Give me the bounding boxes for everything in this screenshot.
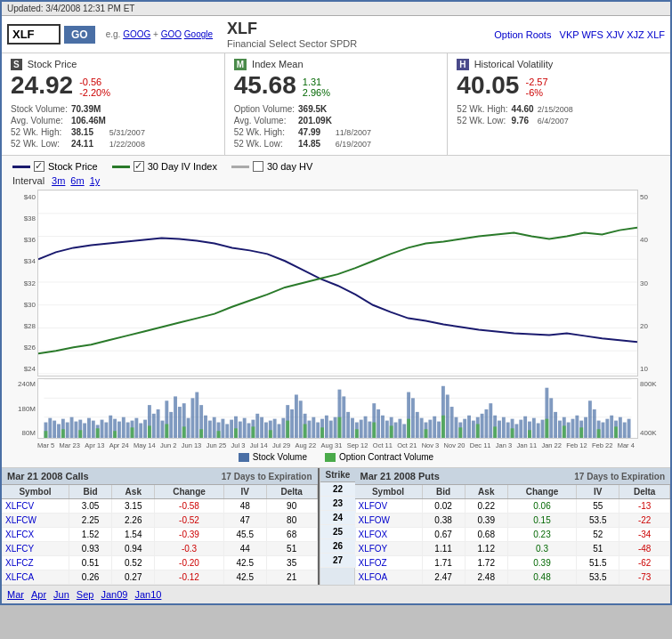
svg-rect-170 xyxy=(407,419,410,438)
tab-jan09[interactable]: Jan09 xyxy=(101,589,127,600)
index-mean-pct: 2.96% xyxy=(303,87,330,98)
stock-price-checkbox[interactable] xyxy=(34,161,45,172)
svg-rect-174 xyxy=(476,424,480,438)
call-symbol[interactable]: XLFCA xyxy=(2,570,69,585)
m-letter: M xyxy=(234,59,247,70)
svg-rect-168 xyxy=(372,423,376,438)
list-item: 22 xyxy=(320,482,356,497)
put-symbol[interactable]: XLFOY xyxy=(355,542,423,556)
y-axis-right: 5040302010 xyxy=(638,190,663,376)
svg-rect-173 xyxy=(458,427,462,438)
svg-rect-123 xyxy=(519,420,522,438)
svg-rect-111 xyxy=(467,416,471,438)
interval-3m[interactable]: 3m xyxy=(52,175,65,186)
30day-hv-checkbox[interactable] xyxy=(253,161,263,172)
put-symbol[interactable]: XLFOX xyxy=(355,528,423,542)
svg-rect-149 xyxy=(45,431,48,438)
svg-rect-38 xyxy=(152,414,156,438)
call-delta: 35 xyxy=(266,556,317,570)
svg-rect-59 xyxy=(243,418,247,438)
ticker-desc: Financial Select Sector SPDR xyxy=(227,38,357,49)
option-volume-legend: Option Contract Volume xyxy=(325,452,433,462)
svg-rect-79 xyxy=(329,421,333,438)
svg-rect-20 xyxy=(74,422,77,438)
svg-rect-110 xyxy=(463,419,466,438)
go-button[interactable]: GO xyxy=(64,26,95,44)
puts-col-symbol: Symbol xyxy=(355,485,423,499)
put-bid: 1.11 xyxy=(422,542,465,556)
puts-col-ask: Ask xyxy=(465,485,507,499)
svg-rect-99 xyxy=(416,412,419,438)
svg-rect-47 xyxy=(191,398,195,438)
svg-rect-91 xyxy=(381,416,385,438)
s-letter: S xyxy=(11,59,22,70)
svg-rect-164 xyxy=(304,424,307,438)
svg-rect-140 xyxy=(593,409,596,438)
put-bid: 1.71 xyxy=(422,556,465,570)
ticker-input[interactable] xyxy=(7,24,61,44)
call-delta: 90 xyxy=(266,499,317,514)
svg-rect-74 xyxy=(308,421,312,438)
tab-mar[interactable]: Mar xyxy=(7,589,24,600)
option-roots-tickers: VKP WFS XJV XJZ XLF xyxy=(560,29,665,40)
call-symbol[interactable]: XLFCZ xyxy=(2,556,69,570)
calls-col-iv: IV xyxy=(223,485,266,499)
goo-link[interactable]: GOO xyxy=(161,29,182,39)
call-symbol[interactable]: XLFCW xyxy=(2,514,69,528)
tab-sep[interactable]: Sep xyxy=(77,589,94,600)
index-mean-abs: 1.31 xyxy=(303,77,330,87)
stock-volume-legend: Stock Volume xyxy=(239,452,307,462)
iv-index-checkbox[interactable] xyxy=(134,161,144,172)
volume-chart-area xyxy=(37,378,638,439)
svg-rect-130 xyxy=(549,398,553,438)
svg-rect-143 xyxy=(605,419,609,438)
interval-1y[interactable]: 1y xyxy=(90,175,101,186)
main-container: Updated: 3/4/2008 12:31 PM ET GO e.g. GO… xyxy=(0,0,672,605)
puts-col-iv: IV xyxy=(577,485,619,499)
svg-rect-176 xyxy=(511,428,514,438)
call-delta: 51 xyxy=(266,542,317,556)
put-symbol[interactable]: XLFOZ xyxy=(355,556,423,570)
put-symbol[interactable]: XLFOW xyxy=(355,514,423,528)
table-row: XLFCW 2.25 2.26 -0.52 47 80 xyxy=(2,514,317,528)
call-symbol[interactable]: XLFCV xyxy=(2,499,69,514)
iv-index-legend-label: 30 Day IV Index xyxy=(148,161,217,172)
svg-rect-138 xyxy=(584,417,587,438)
svg-rect-119 xyxy=(502,417,506,438)
interval-6m[interactable]: 6m xyxy=(70,175,84,186)
options-row: Mar 21 2008 Calls 17 Days to Expiration … xyxy=(2,468,670,585)
strike-header: Strike xyxy=(320,468,356,482)
svg-rect-142 xyxy=(602,423,605,438)
tab-jun[interactable]: Jun xyxy=(53,589,69,600)
svg-rect-86 xyxy=(360,420,363,438)
puts-col-change: Change xyxy=(507,485,576,499)
goog-link[interactable]: GOOG xyxy=(123,29,150,39)
ticker-name: XLF xyxy=(227,20,257,37)
call-symbol[interactable]: XLFCX xyxy=(2,528,69,542)
strike-value: 24 xyxy=(320,511,356,525)
main-chart-wrapper: $40$38$36$34$32$30$28$26$24 xyxy=(9,190,663,439)
call-iv: 42.5 xyxy=(223,556,266,570)
svg-rect-83 xyxy=(346,412,350,438)
put-symbol[interactable]: XLFOV xyxy=(355,499,423,514)
svg-rect-157 xyxy=(182,426,186,438)
put-symbol[interactable]: XLFOA xyxy=(355,570,423,585)
put-iv: 51.5 xyxy=(577,556,619,570)
table-row: XLFCY 0.93 0.94 -0.3 44 51 xyxy=(2,542,317,556)
put-change: 0.23 xyxy=(507,528,576,542)
put-delta: -62 xyxy=(619,556,670,570)
table-row: XLFOW 0.38 0.39 0.15 53.5 -22 xyxy=(355,514,670,528)
svg-rect-70 xyxy=(290,409,294,438)
put-delta: -73 xyxy=(619,570,670,585)
put-iv: 53.5 xyxy=(577,570,619,585)
30day-hv-legend-label: 30 day HV xyxy=(267,161,312,172)
tab-jan10[interactable]: Jan10 xyxy=(134,589,161,600)
svg-rect-148 xyxy=(627,419,631,438)
tab-apr[interactable]: Apr xyxy=(31,589,46,600)
call-symbol[interactable]: XLFCY xyxy=(2,542,69,556)
google-link[interactable]: Google xyxy=(184,29,213,39)
svg-rect-179 xyxy=(563,425,566,438)
svg-rect-72 xyxy=(299,400,303,438)
puts-col-bid: Bid xyxy=(422,485,465,499)
volume-chart-wrapper: 240M180M80M xyxy=(9,378,663,439)
